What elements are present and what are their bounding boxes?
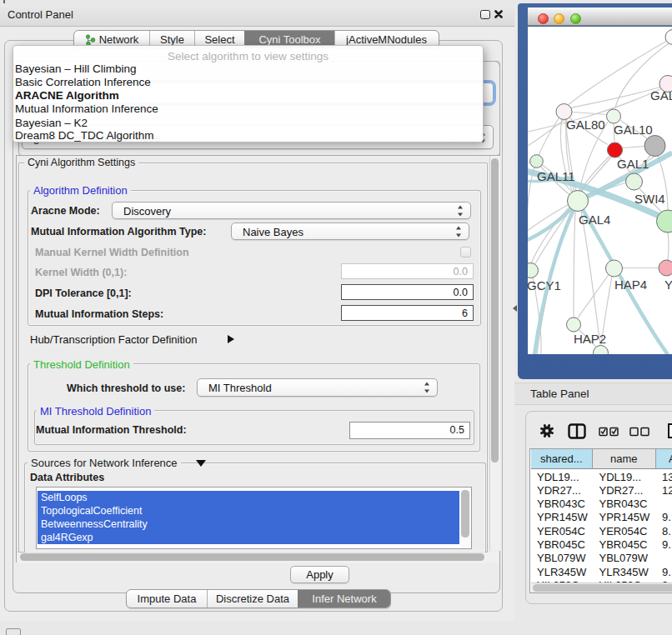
network-node[interactable]	[606, 260, 623, 277]
dropdown-item-bayesian-k2[interactable]: Bayesian – K2	[15, 117, 88, 129]
column-header-A[interactable]: A	[656, 449, 672, 469]
dropdown-item-aracne-algorithm[interactable]: ARACNE Algorithm	[15, 89, 119, 102]
list-vscrollbar-thumb[interactable]	[461, 490, 469, 538]
close-traffic-light-icon[interactable]	[538, 13, 549, 24]
splitter-collapse-icon[interactable]	[513, 305, 517, 312]
network-node[interactable]	[568, 190, 589, 211]
table-cell: YPR145W	[537, 511, 588, 523]
network-edge[interactable]	[535, 208, 571, 263]
network-node[interactable]	[644, 135, 665, 156]
dropdown-placeholder-item[interactable]: Select algorithm to view settings	[13, 50, 483, 62]
list-item-selfloops[interactable]: SelfLoops	[38, 491, 459, 504]
dropdown-item-basic-correlation-inference[interactable]: Basic Correlation Inference	[15, 76, 151, 88]
split-columns-icon[interactable]	[568, 423, 586, 439]
table-row[interactable]: YBR043CYBR043C	[530, 497, 672, 510]
network-edge[interactable]	[668, 231, 669, 260]
node-table: shared...nameAYDL19...YDL19...13YDR27...…	[529, 448, 672, 593]
manual-kernel-width-checkbox[interactable]	[460, 247, 471, 258]
dropdown-item-mutual-information-inference[interactable]: Mutual Information Inference	[15, 102, 158, 115]
table-cell: YDR27...	[599, 484, 644, 497]
mi-threshold-field[interactable]: 0.5	[349, 422, 470, 439]
tab-label: Discretize Data	[216, 592, 289, 605]
node-label-hap2: HAP2	[574, 331, 606, 345]
network-node[interactable]	[607, 109, 621, 123]
network-canvas[interactable]: GAL8GAL80GAL10GAL1GAL11SWI4GAL4GCY1HAP4Y…	[528, 27, 672, 355]
zoom-traffic-light-icon[interactable]	[570, 13, 581, 24]
close-icon[interactable]	[494, 10, 503, 18]
deselect-all-checks-icon[interactable]	[629, 427, 649, 437]
combo-arrows-icon	[458, 205, 464, 216]
network-view-window: GAL8GAL80GAL10GAL1GAL11SWI4GAL4GCY1HAP4Y…	[518, 3, 672, 379]
table-hscrollbar-thumb[interactable]	[533, 584, 672, 592]
tab-discretize-data[interactable]: Discretize Data	[207, 590, 298, 608]
network-edge[interactable]	[578, 274, 609, 318]
column-header-name[interactable]: name	[593, 449, 656, 469]
list-item-gal4rgexp[interactable]: gal4RGexp	[38, 531, 459, 544]
table-row[interactable]: YBR045CYBR045C9.	[530, 538, 672, 551]
table-row[interactable]: YPR145WYPR145W9.	[530, 510, 672, 523]
network-edge[interactable]	[623, 146, 644, 148]
mi-steps-label: Mutual Information Steps:	[35, 308, 163, 320]
network-node[interactable]	[528, 262, 539, 278]
network-edge[interactable]	[581, 211, 600, 344]
combo-arrows-icon	[424, 382, 430, 393]
table-cell: YDR27...	[537, 484, 581, 497]
aracne-mode-combobox[interactable]: Discovery	[112, 202, 471, 219]
data-attributes-label: Data Attributes	[30, 472, 104, 483]
network-node[interactable]	[665, 29, 672, 44]
dpi-tolerance-field[interactable]: 0.0	[341, 284, 474, 300]
float-window-icon[interactable]	[480, 10, 490, 20]
tab-label: Cyni Toolbox	[258, 33, 320, 46]
network-edge[interactable]	[571, 86, 663, 108]
kernel-width-field[interactable]: 0.0	[341, 263, 474, 279]
sources-collapse-icon[interactable]	[196, 460, 206, 467]
node-label-gcy1: GCY1	[528, 278, 561, 292]
table-cell: 8.	[662, 525, 671, 538]
node-label-gal8: GAL8	[650, 88, 672, 102]
select-all-checks-icon[interactable]	[599, 427, 619, 437]
network-node[interactable]	[626, 173, 643, 190]
scrollbar-corner	[489, 552, 499, 562]
network-node[interactable]	[659, 260, 672, 276]
column-header-shared[interactable]: shared...	[531, 449, 594, 469]
tab-infer-network[interactable]: Infer Network	[298, 590, 390, 608]
node-label-y: Y	[664, 277, 672, 291]
minimized-panel-icon[interactable]	[6, 628, 21, 635]
list-item-topologicalcoefficient[interactable]: TopologicalCoefficient	[38, 504, 459, 518]
network-node[interactable]	[608, 142, 623, 158]
table-row[interactable]: YLR345WYLR345W9.	[530, 564, 672, 578]
network-edge[interactable]	[579, 122, 608, 190]
table-row[interactable]: YBL079WYBL079W	[530, 551, 672, 564]
network-node[interactable]	[567, 318, 581, 332]
hub-section-expand-icon[interactable]	[228, 335, 234, 343]
dropdown-item-bayesian-hill-climbing[interactable]: Bayesian – Hill Climbing	[15, 62, 137, 75]
table-row[interactable]: YDL19...YDL19...13	[530, 469, 672, 482]
tab-impute-data[interactable]: Impute Data	[127, 590, 207, 608]
tab-label: jActiveMNodules	[346, 33, 427, 46]
network-node[interactable]	[530, 154, 544, 168]
gear-icon[interactable]	[539, 423, 554, 438]
tab-label: Select	[204, 33, 234, 46]
minimize-traffic-light-icon[interactable]	[554, 13, 564, 24]
apply-button[interactable]: Apply	[290, 566, 349, 583]
document-icon[interactable]	[667, 422, 672, 439]
table-cell: YER054C	[599, 525, 648, 538]
list-item-betweennesscentrality[interactable]: BetweennessCentrality	[38, 518, 459, 531]
node-label-gal4: GAL4	[579, 212, 610, 226]
network-edges-thick	[528, 152, 672, 354]
dropdown-item-dream8-dc-tdc-algorithm[interactable]: Dream8 DC_TDC Algorithm	[15, 129, 154, 142]
settings-hscrollbar-thumb[interactable]	[20, 553, 484, 561]
data-attributes-list[interactable]: SelfLoopsTopologicalCoefficientBetweenne…	[36, 487, 472, 549]
cyni-algorithm-settings-title: Cyni Algorithm Settings	[24, 157, 138, 168]
kernel-width-label: Kernel Width (0,1):	[35, 267, 127, 278]
window-corner-mark	[3, 0, 5, 3]
table-row[interactable]: YDR27...YDR27...12	[530, 482, 672, 496]
mi-steps-field[interactable]: 6	[341, 305, 474, 321]
which-threshold-combobox[interactable]: MI Threshold	[197, 378, 438, 397]
settings-vscrollbar-thumb[interactable]	[491, 158, 499, 462]
mi-algorithm-type-value: Naive Bayes	[243, 225, 303, 238]
mi-algorithm-type-combobox[interactable]: Naive Bayes	[231, 222, 469, 240]
network-edge[interactable]	[574, 211, 575, 317]
table-row[interactable]: YER054CYER054C8.	[530, 523, 672, 537]
network-edge[interactable]	[528, 119, 564, 151]
